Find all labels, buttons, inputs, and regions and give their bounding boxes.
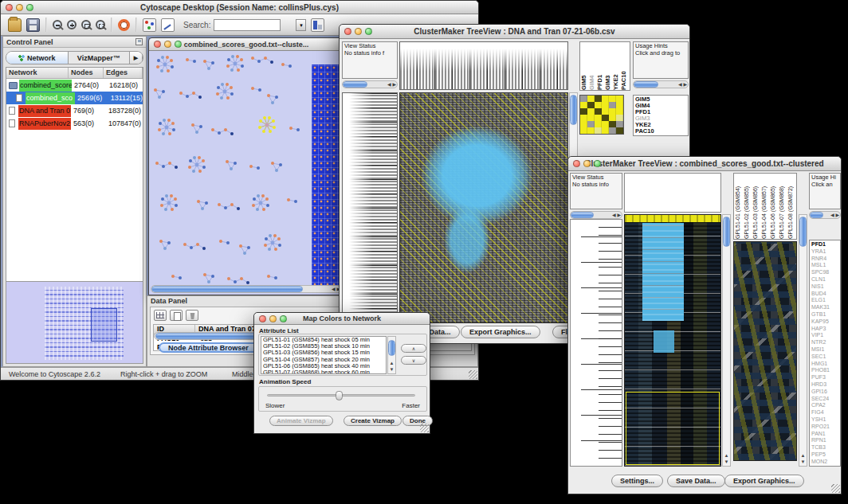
close-button[interactable] bbox=[259, 315, 266, 322]
speed-slider-thumb[interactable] bbox=[336, 391, 343, 400]
gene-label[interactable]: GPI16 bbox=[811, 389, 838, 396]
toolbar-icon[interactable] bbox=[81, 20, 91, 29]
network-row[interactable]: combined_sco 2569(6) 13112(15) bbox=[6, 92, 143, 104]
float-panel-icon[interactable] bbox=[135, 38, 143, 45]
network-view-titlebar[interactable]: combined_scores_good.txt--cluste... bbox=[149, 38, 344, 51]
tv1-hints-scrollbar[interactable]: ◀ ▶ bbox=[633, 80, 689, 88]
close-button[interactable] bbox=[6, 4, 13, 11]
gene-label[interactable]: SEC1 bbox=[811, 354, 838, 361]
tv2-status-scrollbar[interactable]: ◀ ▶ bbox=[570, 211, 622, 219]
zoom-button[interactable] bbox=[365, 28, 372, 35]
settings-button[interactable]: Settings... bbox=[611, 475, 663, 487]
resize-grip[interactable] bbox=[831, 484, 840, 493]
network-horizontal-scrollbar[interactable]: ◀ ▶ bbox=[151, 285, 342, 293]
search-input[interactable] bbox=[214, 19, 281, 31]
toolbar-icon[interactable] bbox=[118, 19, 130, 31]
gene-label[interactable]: BUD4 bbox=[811, 291, 838, 298]
animate-vizmap-button[interactable]: Animate Vizmap bbox=[269, 416, 333, 426]
minimize-button[interactable] bbox=[16, 4, 23, 11]
gene-label[interactable]: CPA2 bbox=[811, 402, 838, 409]
move-down-button[interactable]: ∨ bbox=[401, 356, 426, 365]
toolbar-icon[interactable] bbox=[161, 18, 175, 32]
gene-label[interactable]: FIG4 bbox=[811, 409, 838, 416]
delete-attribute-icon[interactable] bbox=[186, 310, 198, 321]
gene-label[interactable]: KAP95 bbox=[811, 318, 838, 326]
network-row[interactable]: DNA and Tran 07 769(0) 183728(0) bbox=[6, 104, 143, 117]
tv1-row-dendrogram[interactable] bbox=[342, 92, 398, 323]
attribute-listbox[interactable]: GPL51-01 (GSM854) heat shock 05 minGPL51… bbox=[261, 336, 387, 374]
create-vizmap-button[interactable]: Create Vizmap bbox=[344, 416, 402, 426]
resize-grip[interactable] bbox=[469, 370, 477, 379]
tv2-heatmap-scrollbar[interactable]: ▲▼ bbox=[722, 214, 731, 467]
toolbar-icon[interactable] bbox=[53, 20, 62, 29]
tab-network[interactable]: Network bbox=[6, 52, 69, 64]
tv1-status-scrollbar[interactable]: ◀ ▶ bbox=[342, 80, 398, 88]
gene-label[interactable]: SEC24 bbox=[811, 396, 838, 403]
tv1-titlebar[interactable]: ClusterMaker TreeView : DNA and Tran 07-… bbox=[340, 25, 689, 39]
search-dropdown-arrow-icon[interactable]: ▼ bbox=[296, 19, 306, 31]
gene-label[interactable]: HMG1 bbox=[811, 361, 838, 368]
plugin-icon[interactable] bbox=[311, 18, 324, 32]
network-canvas[interactable]: ◀ ▶ bbox=[149, 52, 344, 295]
gene-label[interactable]: NIS1 bbox=[811, 283, 838, 291]
network-row[interactable]: RNAPuberNov2+ 563(0) 107847(0) bbox=[6, 117, 143, 130]
toolbar-icon[interactable] bbox=[111, 18, 112, 32]
gene-label[interactable]: TCB3 bbox=[811, 444, 838, 451]
main-titlebar[interactable]: Cytoscape Desktop (Session Name: collins… bbox=[1, 1, 478, 14]
close-button[interactable] bbox=[344, 28, 351, 35]
dialog-titlebar[interactable]: Map Colors to Network bbox=[254, 313, 430, 325]
tv2-column-dendrogram[interactable] bbox=[624, 173, 721, 213]
gene-label[interactable]: SPC98 bbox=[811, 269, 838, 276]
network-overview-panel[interactable] bbox=[6, 281, 143, 364]
toolbar-icon[interactable] bbox=[26, 18, 40, 32]
toolbar-icon[interactable] bbox=[96, 20, 105, 29]
gene-label[interactable]: MON2 bbox=[811, 459, 838, 466]
tv2-global-heatmap[interactable] bbox=[624, 214, 721, 467]
gene-label[interactable]: NTR2 bbox=[811, 339, 838, 346]
save-data-button[interactable]: Save Data... bbox=[667, 475, 725, 487]
close-button[interactable] bbox=[573, 160, 580, 167]
zoom-button[interactable] bbox=[26, 4, 33, 11]
close-button[interactable] bbox=[154, 41, 161, 48]
gene-label[interactable]: ELG1 bbox=[811, 297, 838, 304]
tv2-gene-scrollbar[interactable]: ▲▼ bbox=[799, 214, 807, 467]
toolbar-icon[interactable] bbox=[8, 18, 22, 32]
tv2-row-dendrogram[interactable] bbox=[570, 219, 622, 467]
gene-label[interactable]: HRD3 bbox=[811, 381, 838, 389]
move-up-button[interactable]: ∧ bbox=[401, 344, 426, 353]
heatmap-selection-rect[interactable] bbox=[626, 392, 720, 465]
gene-label[interactable]: YRA1 bbox=[811, 248, 838, 256]
toolbar-icon[interactable] bbox=[45, 18, 47, 32]
minimize-button[interactable] bbox=[355, 28, 362, 35]
tv2-zoom-heatmap[interactable] bbox=[733, 241, 797, 461]
tv2-hints-scrollbar[interactable]: ◀ ▶ bbox=[809, 211, 841, 219]
gene-label[interactable]: PAC10 bbox=[635, 128, 686, 135]
more-tabs-arrow[interactable]: ▶ bbox=[130, 52, 143, 64]
gene-label[interactable]: VIP1 bbox=[811, 332, 838, 339]
network-table-header[interactable]: Network Nodes Edges bbox=[6, 68, 143, 79]
gene-label[interactable]: RNR4 bbox=[811, 256, 838, 263]
zoom-button[interactable] bbox=[280, 315, 287, 322]
gene-label[interactable]: MAK31 bbox=[811, 304, 838, 311]
gene-label[interactable]: RPO21 bbox=[811, 424, 838, 431]
gene-label[interactable]: PHO81 bbox=[811, 367, 838, 374]
minimize-button[interactable] bbox=[164, 41, 171, 48]
toolbar-icon[interactable] bbox=[135, 18, 137, 32]
tv1-zoom-heatmap[interactable] bbox=[579, 95, 624, 135]
minimize-button[interactable] bbox=[269, 315, 277, 322]
gene-label[interactable]: PUF3 bbox=[811, 374, 838, 381]
minimize-button[interactable] bbox=[583, 160, 591, 167]
overview-viewport-rect[interactable] bbox=[91, 308, 116, 342]
gene-label[interactable]: GTB1 bbox=[811, 311, 838, 318]
gene-label[interactable]: RPN1 bbox=[811, 437, 838, 444]
select-attributes-icon[interactable] bbox=[154, 310, 167, 321]
gene-label[interactable]: MSI1 bbox=[811, 346, 838, 354]
export-graphics-button[interactable]: Export Graphics... bbox=[461, 326, 540, 338]
export-graphics-button[interactable]: Export Graphics... bbox=[724, 475, 804, 487]
network-row[interactable]: combined_scores 2764(0) 16218(0) bbox=[6, 79, 143, 92]
gene-label[interactable]: HAP3 bbox=[811, 326, 838, 333]
gene-label[interactable]: PFD1 bbox=[811, 241, 838, 248]
resize-grip[interactable] bbox=[420, 424, 429, 432]
gene-label[interactable]: CLN1 bbox=[811, 276, 838, 283]
new-attribute-icon[interactable] bbox=[170, 310, 183, 321]
